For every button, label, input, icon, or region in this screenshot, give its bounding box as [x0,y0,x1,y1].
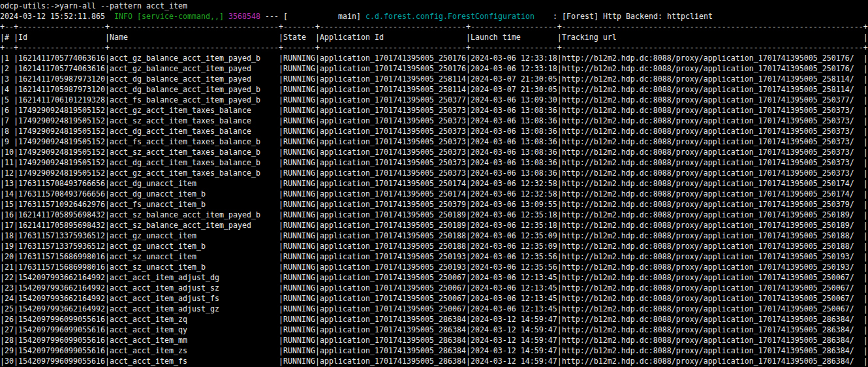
table-row: |29|1542097996099055616|acct_acct_item_z… [0,345,868,356]
table-row: |16|1621411705895698432|acct_sz_balance_… [0,210,868,220]
table-row: |20|1763115715686998016|acct_sz_unacct_i… [0,251,868,262]
table-row: |27|1542097996099055616|acct_acct_item_q… [0,325,868,335]
table-row: |13|1763115708493766656|acct_dg_unacct_i… [0,178,868,189]
table-row: |21|1763115715686998016|acct_sz_unacct_i… [0,262,868,272]
table-row: |22|1542097993662164992|acct_acct_item_a… [0,272,868,283]
table-row: |4 |1621411705987973120|acct_dg_balance_… [0,84,868,95]
table-row: |7 |1749290924819505152|acct_sz_acct_ite… [0,116,868,126]
log-gap-4 [361,12,365,21]
log-gap-3 [224,12,228,21]
log-context: [service-command,,] [137,12,224,21]
table-row: |30|1542097996099055616|acct_acct_item_f… [0,356,868,366]
table-row: |1 |1621411705774063616|acct_gz_balance_… [0,53,868,63]
log-dashes: --- [260,12,283,21]
table-row: |24|1542097993662164992|acct_acct_item_a… [0,293,868,304]
table-row: |19|1763115713375936512|acct_gz_unacct_i… [0,241,868,251]
table-row: |23|1542097993662164992|acct_acct_item_a… [0,283,868,293]
log-timestamp: 2024-03-12 15:52:11.865 [0,12,105,21]
table-row: |10|1749290924819505152|acct_sz_acct_ite… [0,147,868,157]
table-header-row: |# |Id |Name |State |Application Id |Lau… [0,32,868,42]
log-gap-1 [105,12,114,21]
terminal-window[interactable]: odcp-utils:->yarn-all --pattern acct_ite… [0,0,868,367]
table-row: |14|1763115708493766656|acct_dg_unacct_i… [0,189,868,199]
table-row: |2 |1621411705774063616|acct_gz_balance_… [0,63,868,74]
table-border-header: +--+-------------------+----------------… [0,42,868,53]
table-row: |6 |1749290924819505152|acct_gz_acct_ite… [0,105,868,116]
shell-prompt: odcp-utils:-> [0,1,59,10]
log-logger: c.d.forest.config.ForestConfiguration [365,12,535,21]
log-colon: : [535,12,562,21]
log-line: 2024-03-12 15:52:11.865 INFO [service-co… [0,11,868,22]
table-row: |11|1749290924819505152|acct_dg_acct_ite… [0,157,868,168]
log-message: [Forest] Http Backend: httpclient [562,12,713,21]
table-row: |5 |1621411706101219328|acct_fs_balance_… [0,95,868,105]
table-row: |28|1542097996099055616|acct_acct_item_m… [0,335,868,345]
table-row: |15|1763115710926462976|acct_fs_unacct_i… [0,199,868,210]
table-row: |25|1542097993662164992|acct_acct_item_a… [0,304,868,314]
table-row: |12|1749290924819505152|acct_gz_acct_ite… [0,168,868,178]
table-row: |26|1542097996099055616|acct_acct_item_z… [0,314,868,325]
command-line: odcp-utils:->yarn-all --pattern acct_ite… [0,1,868,11]
log-level: INFO [114,12,132,21]
yarn-table: +--+-------------------+----------------… [0,22,868,366]
table-row: |17|1621411705895698432|acct_sz_balance_… [0,220,868,231]
log-thread: [ main] [283,12,361,21]
table-row: |8 |1749290924819505152|acct_dg_acct_ite… [0,126,868,136]
table-border-top: +--+-------------------+----------------… [0,22,868,32]
command-text: yarn-all --pattern acct_item [59,1,187,10]
log-pid: 3568548 [228,12,260,21]
table-row: |18|1763115713375936512|acct_gz_unacct_i… [0,231,868,241]
log-gap-2 [132,12,137,21]
table-row: |9 |1749290924819505152|acct_fs_acct_ite… [0,136,868,147]
table-row: |3 |1621411705987973120|acct_dg_balance_… [0,74,868,84]
